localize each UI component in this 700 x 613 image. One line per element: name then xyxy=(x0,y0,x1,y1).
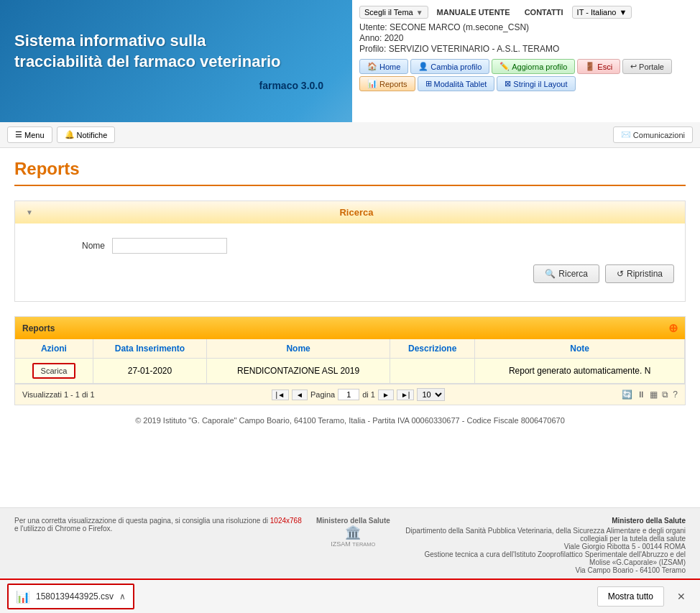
pagination-controls: |◄ ◄ Pagina di 1 ► ►| 10 25 50 xyxy=(272,388,446,401)
di-label: di 1 xyxy=(362,390,375,399)
form-nome-row: Nome xyxy=(26,238,674,254)
language-selector[interactable]: IT - Italiano ▼ xyxy=(572,6,632,19)
refresh-page-icon[interactable]: 🔄 xyxy=(622,390,632,400)
col-descrizione: Descrizione xyxy=(390,339,475,359)
home-icon: 🏠 xyxy=(367,62,377,71)
title-divider xyxy=(14,185,686,186)
page-footer: © 2019 Istituto "G. Caporale" Campo Boar… xyxy=(14,405,686,435)
mail-icon: ✉️ xyxy=(621,130,631,139)
esci-button[interactable]: 🚪 Esci xyxy=(577,59,620,74)
stringi-layout-button[interactable]: ⊠ Stringi il Layout xyxy=(497,76,575,91)
col-data-inserimento: Data Inserimento xyxy=(93,339,206,359)
bottom-left: Per una corretta visualizzazione di ques… xyxy=(14,517,302,533)
scarica-button[interactable]: Scarica xyxy=(32,363,76,379)
theme-arrow-icon: ▼ xyxy=(416,9,423,17)
refresh-icon: ✏️ xyxy=(499,62,510,71)
bell-icon: 🔔 xyxy=(65,130,75,139)
cell-descrizione xyxy=(390,359,475,384)
contatti-button[interactable]: CONTATTI xyxy=(519,6,569,19)
first-page-button[interactable]: |◄ xyxy=(272,390,290,400)
app-version: farmaco 3.0.0 xyxy=(14,80,338,91)
aggiorna-profilo-button[interactable]: ✏️ Aggiorna profilo xyxy=(492,59,575,74)
page-content: Reports ▼ Ricerca Nome 🔍 Ricerca ↺ Ripri… xyxy=(0,148,700,507)
cell-note: Report generato automaticamente. N xyxy=(475,359,685,384)
pagination-info: Visualizzati 1 - 1 di 1 xyxy=(22,390,95,399)
nome-input[interactable] xyxy=(112,238,227,254)
lang-label: IT - Italiano xyxy=(577,8,617,17)
nome-label: Nome xyxy=(26,241,112,251)
page-title: Reports xyxy=(14,159,686,179)
prev-page-button[interactable]: ◄ xyxy=(292,390,308,400)
table-section: Reports ⊕ Azioni Data Inserimento Nome D… xyxy=(14,316,686,405)
ministry-header: Ministero della Salute xyxy=(405,517,686,525)
menu-icon: ☰ xyxy=(15,130,22,139)
resolution-link[interactable]: 1024x768 xyxy=(270,517,302,525)
theme-selector[interactable]: Scegli il Tema ▼ xyxy=(359,6,428,19)
izsam-addr: Via Campo Boario - 64100 Teramo xyxy=(405,566,686,574)
help-icon[interactable]: ? xyxy=(673,390,678,400)
per-page-select[interactable]: 10 25 50 xyxy=(417,388,445,401)
table-row: Scarica 27-01-2020 RENDICONTAZIONE ASL 2… xyxy=(15,359,685,384)
portal-icon: ↩ xyxy=(630,62,637,71)
header-right: Scegli il Tema ▼ MANUALE UTENTE CONTATTI… xyxy=(352,0,700,122)
search-collapse-icon: ▼ xyxy=(26,208,33,216)
table-title: Reports xyxy=(22,323,55,333)
pause-icon[interactable]: ⏸ xyxy=(637,390,645,400)
manual-utente-button[interactable]: MANUALE UTENTE xyxy=(431,6,516,19)
user-year: Anno: 2020 xyxy=(359,33,693,43)
ripristina-button[interactable]: ↺ Ripristina xyxy=(605,264,674,283)
home-button[interactable]: 🏠 Home xyxy=(359,59,408,74)
table-header-row: Azioni Data Inserimento Nome Descrizione… xyxy=(15,339,685,359)
grid-icon[interactable]: ▦ xyxy=(650,390,658,400)
table-header-bar: Reports ⊕ xyxy=(15,317,685,339)
toolbar-right: ✉️ Comunicazioni xyxy=(613,126,693,143)
bottom-info: Per una corretta visualizzazione di ques… xyxy=(0,507,700,583)
last-page-button[interactable]: ►| xyxy=(397,390,415,400)
toolbar-left: ☰ Menu 🔔 Notifiche xyxy=(7,126,115,143)
cambia-profilo-button[interactable]: 👤 Cambia profilo xyxy=(410,59,489,74)
notifiche-button[interactable]: 🔔 Notifiche xyxy=(57,126,116,143)
ministry-addr: Viale Giorgio Ribotta 5 - 00144 ROMA xyxy=(405,543,686,550)
user-name: Utente: SECONE MARCO (m.secone_CSN) xyxy=(359,22,693,32)
user-icon: 👤 xyxy=(418,62,428,71)
menu-button[interactable]: ☰ Menu xyxy=(7,126,52,143)
search-panel-header[interactable]: ▼ Ricerca xyxy=(15,201,685,223)
modalita-tablet-button[interactable]: ⊞ Modalità Tablet xyxy=(418,76,495,91)
theme-label: Scegli il Tema xyxy=(364,8,413,17)
izsam-text: Gestione tecnica a cura dell'Istituto Zo… xyxy=(405,550,686,566)
reset-icon: ↺ xyxy=(617,269,624,279)
search-title: Ricerca xyxy=(39,207,674,218)
col-nome: Nome xyxy=(207,339,390,359)
cell-data: 27-01-2020 xyxy=(93,359,206,384)
bottom-center: Ministero della Salute 🏛️ IZSAM TERAMO xyxy=(316,517,390,548)
header-buttons-row2: 📊 Reports ⊞ Modalità Tablet ⊠ Stringi il… xyxy=(359,76,693,91)
cell-nome: RENDICONTAZIONE ASL 2019 xyxy=(207,359,390,384)
cell-azioni: Scarica xyxy=(15,359,93,384)
user-info: Utente: SECONE MARCO (m.secone_CSN) Anno… xyxy=(359,22,693,55)
search-body: Nome 🔍 Ricerca ↺ Ripristina xyxy=(15,223,685,301)
bottom-left-text: Per una corretta visualizzazione di ques… xyxy=(14,517,302,533)
toolbar: ☰ Menu 🔔 Notifiche ✉️ Comunicazioni xyxy=(0,122,700,148)
export-icon[interactable]: ⧉ xyxy=(662,390,668,400)
next-page-button[interactable]: ► xyxy=(378,390,394,400)
reports-button[interactable]: 📊 Reports xyxy=(359,76,415,91)
portale-button[interactable]: ↩ Portale xyxy=(622,59,672,74)
reports-icon: 📊 xyxy=(367,79,377,88)
table-expand-icon[interactable]: ⊕ xyxy=(668,321,678,335)
lang-arrow-icon: ▼ xyxy=(619,8,627,17)
compress-icon: ⊠ xyxy=(505,79,511,88)
ricerca-button[interactable]: 🔍 Ricerca xyxy=(533,264,599,283)
col-azioni: Azioni xyxy=(15,339,93,359)
comunicazioni-button[interactable]: ✉️ Comunicazioni xyxy=(613,126,693,143)
ministry-dept: Dipartimento della Sanità Pubblica Veter… xyxy=(405,527,686,543)
header-logo: Sistema informativo sulla tracciabilità … xyxy=(0,0,352,122)
header-top-bar: Scegli il Tema ▼ MANUALE UTENTE CONTATTI… xyxy=(359,6,693,19)
search-icon: 🔍 xyxy=(545,269,556,279)
search-panel: ▼ Ricerca Nome 🔍 Ricerca ↺ Ripristina xyxy=(14,201,686,302)
header: Sistema informativo sulla tracciabilità … xyxy=(0,0,700,122)
search-actions: 🔍 Ricerca ↺ Ripristina xyxy=(26,264,674,287)
page-input[interactable] xyxy=(338,389,359,400)
exit-icon: 🚪 xyxy=(585,62,595,71)
user-profile: Profilo: SERVIZIO VETERINARIO - A.S.L. T… xyxy=(359,44,693,54)
visualizzati-text: Visualizzati 1 - 1 di 1 xyxy=(22,390,95,399)
